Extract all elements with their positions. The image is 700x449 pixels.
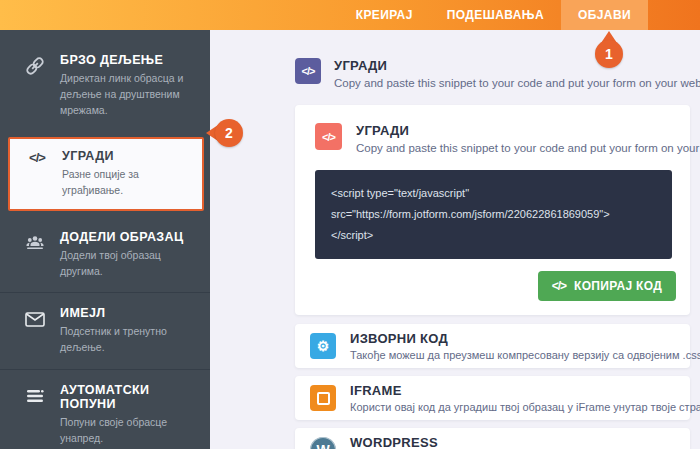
callout-step-2: 2 — [206, 119, 243, 147]
source-code-gear-icon: ⚙ — [310, 333, 336, 359]
main-content: </> УГРАДИ Copy and paste this snippet t… — [210, 30, 700, 449]
embed-card-header: </> УГРАДИ Copy and paste this snippet t… — [315, 123, 676, 154]
copy-code-label: КОПИРАЈ КОД — [574, 279, 662, 293]
option-source-code[interactable]: ⚙ ИЗВОРНИ КОД Такође можеш да преузмеш к… — [295, 324, 690, 368]
sidebar-item-quick-share[interactable]: БРЗО ДЕЉЕЊЕ Директан линк обрасца и деље… — [0, 40, 210, 131]
assign-people-icon — [22, 230, 48, 280]
sidebar-item-title: ИМЕЈЛ — [60, 306, 198, 320]
option-desc: Користи овај код да уградиш твој образац… — [350, 401, 700, 413]
section-desc: Copy and paste this snippet to your code… — [334, 77, 700, 89]
sidebar-item-desc: Директан линк обрасца и дељење на друштв… — [60, 71, 198, 118]
prefill-icon — [22, 383, 48, 447]
embed-code-snippet[interactable]: <script type="text/javascript" src="http… — [315, 170, 672, 259]
sidebar-item-desc: Додели твој образац другима. — [60, 248, 198, 280]
sidebar-item-title: УГРАДИ — [62, 149, 196, 163]
sidebar-item-title: БРЗО ДЕЉЕЊЕ — [60, 53, 198, 67]
embed-code-icon: </> — [24, 149, 50, 199]
tab-podesavanja[interactable]: ПОДЕШАВАЊА — [430, 0, 561, 30]
sidebar-item-email[interactable]: ИМЕЈЛ Подсетник и тренутно дељење. — [0, 292, 210, 369]
option-desc: Такође можеш да преузмеш компресовану ве… — [350, 349, 700, 361]
embed-card-title: УГРАДИ — [356, 123, 700, 138]
tab-kreiraj[interactable]: КРЕИРАЈ — [339, 0, 430, 30]
option-title: IFRAME — [350, 383, 700, 398]
email-icon — [22, 306, 48, 356]
section-title: УГРАДИ — [334, 58, 700, 73]
link-icon — [22, 53, 48, 118]
sidebar-item-assign-form[interactable]: ДОДЕЛИ ОБРАЗАЦ Додели твој образац други… — [0, 217, 210, 293]
code-icon: </> — [315, 123, 342, 150]
option-title: WORDPRESS — [350, 435, 667, 449]
embed-card: </> УГРАДИ Copy and paste this snippet t… — [295, 105, 690, 315]
topbar: КРЕИРАЈ ПОДЕШАВАЊА ОБЈАВИ — [0, 0, 700, 30]
iframe-icon — [310, 385, 336, 411]
callout-step-1: 1 — [595, 31, 623, 68]
option-title: ИЗВОРНИ КОД — [350, 331, 700, 346]
code-line: <script type="text/javascript" — [331, 183, 656, 204]
sidebar-item-desc: Разне опције за уграђивање. — [62, 167, 196, 199]
publish-sidebar: БРЗО ДЕЉЕЊЕ Директан линк обрасца и деље… — [0, 30, 210, 449]
sidebar-item-desc: Подсетник и тренутно дељење. — [60, 324, 198, 356]
copy-code-button[interactable]: </> КОПИРАЈ КОД — [538, 271, 676, 301]
callout-step-2-number: 2 — [215, 119, 243, 147]
embed-section-header: </> УГРАДИ Copy and paste this snippet t… — [295, 58, 700, 89]
code-line: </script> — [331, 225, 656, 246]
sidebar-item-title: ДОДЕЛИ ОБРАЗАЦ — [60, 230, 198, 244]
sidebar-item-desc: Попуни своје обрасце унапред. — [60, 415, 198, 447]
option-wordpress[interactable]: W WORDPRESS Use our free plugin to embed… — [295, 428, 690, 449]
code-line: src="https://form.jotform.com/jsform/220… — [331, 204, 656, 225]
embed-card-desc: Copy and paste this snippet to your code… — [356, 142, 700, 154]
option-iframe[interactable]: IFRAME Користи овај код да уградиш твој … — [295, 376, 690, 420]
sidebar-item-title: АУТОМАТСКИ ПОПУНИ — [60, 383, 198, 411]
publish-screen: КРЕИРАЈ ПОДЕШАВАЊА ОБЈАВИ БРЗО ДЕЉЕЊЕ Ди… — [0, 0, 700, 449]
code-icon: </> — [295, 58, 321, 84]
sidebar-item-embed[interactable]: </> УГРАДИ Разне опције за уграђивање. — [8, 137, 204, 211]
wordpress-icon: W — [310, 437, 336, 449]
sidebar-item-prefill[interactable]: АУТОМАТСКИ ПОПУНИ Попуни своје обрасце у… — [0, 369, 210, 449]
callout-step-1-number: 1 — [595, 40, 623, 68]
tab-objavi[interactable]: ОБЈАВИ — [561, 0, 648, 30]
copy-code-icon: </> — [552, 279, 566, 293]
topbar-spacer — [648, 0, 700, 30]
